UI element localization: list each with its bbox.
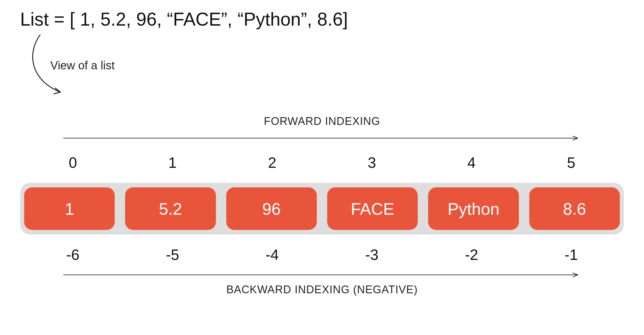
forward-index: 1 [123, 154, 223, 171]
backward-indexing-label: BACKWARD INDEXING (NEGATIVE) [0, 283, 644, 296]
backward-index: -6 [23, 246, 123, 263]
list-cell: 96 [226, 187, 317, 230]
list-cell: FACE [327, 187, 418, 230]
backward-index: -3 [322, 246, 422, 263]
forward-index: 0 [23, 154, 123, 171]
list-container: 1 5.2 96 FACE Python 8.6 [20, 183, 624, 235]
forward-index-row: 0 1 2 3 4 5 [23, 154, 621, 171]
forward-index: 2 [222, 154, 322, 171]
list-cell: 5.2 [125, 187, 216, 230]
backward-index: -5 [123, 246, 223, 263]
backward-index: -2 [422, 246, 522, 263]
backward-arrow-icon [63, 272, 581, 278]
forward-index: 4 [422, 154, 522, 171]
forward-arrow-icon [63, 135, 581, 141]
forward-index: 3 [322, 154, 422, 171]
list-cell: 8.6 [529, 187, 620, 230]
backward-index: -4 [222, 246, 322, 263]
forward-indexing-label: FORWARD INDEXING [0, 115, 644, 127]
view-caption: View of a list [50, 59, 115, 72]
list-cell: 1 [24, 187, 115, 230]
list-declaration: List = [ 1, 5.2, 96, “FACE”, “Python”, 8… [20, 9, 348, 30]
list-cell: Python [428, 187, 519, 230]
backward-index: -1 [521, 246, 621, 263]
backward-index-row: -6 -5 -4 -3 -2 -1 [23, 246, 621, 263]
forward-index: 5 [521, 154, 621, 171]
